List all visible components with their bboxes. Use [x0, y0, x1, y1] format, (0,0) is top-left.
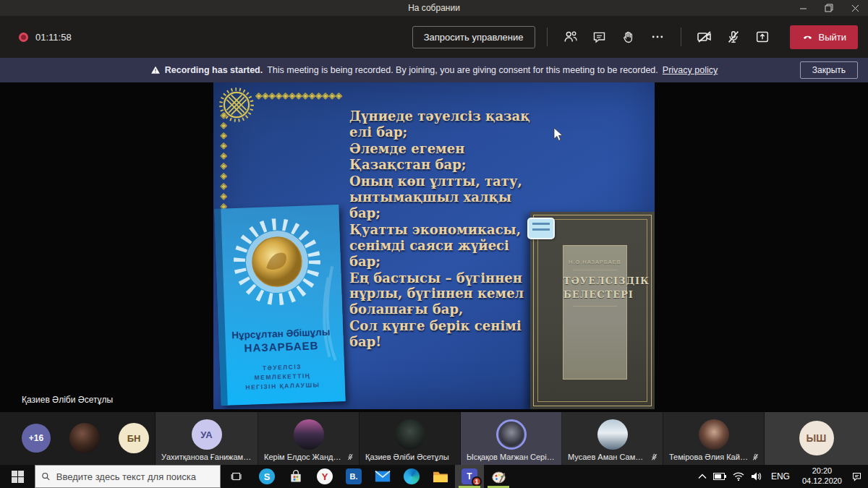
search-icon	[41, 471, 51, 481]
participant-name: Уахитқанова Ғанижамал ...	[161, 453, 253, 461]
poem-line: Ең бастысы – бүгіннен нұрлы, бүгіннен ке…	[349, 270, 536, 318]
poem-text-block: Дүниеде тәуелсіз қазақ елі бар; Әлемде е…	[349, 108, 536, 351]
windows-logo-icon	[12, 471, 24, 483]
participant-name: Темірова Әлия Кайра...	[669, 453, 748, 461]
window-controls	[790, 0, 868, 16]
avatar-initials-ysh: ЫШ	[799, 421, 834, 455]
poem-line: Оның көп ұлтты, тату, ынтымақшыл халқы б…	[349, 174, 536, 221]
mouse-cursor-icon	[553, 127, 563, 142]
taskbar-app-paint[interactable]	[484, 465, 513, 488]
library-sticker	[527, 218, 555, 239]
wifi-icon	[733, 472, 744, 481]
overflow-count-badge: +16	[22, 424, 51, 453]
leave-button-label: Выйти	[819, 32, 847, 43]
tray-clock[interactable]: 20:20 04.12.2020	[799, 466, 845, 487]
store-icon	[289, 469, 303, 484]
taskbar-app-mail[interactable]	[368, 465, 397, 488]
avatar-initials-bn: БН	[119, 423, 149, 453]
action-center-icon	[851, 471, 862, 482]
tile-participant[interactable]: ЫШ	[765, 412, 868, 465]
paint-icon	[491, 469, 506, 484]
participants-button[interactable]	[559, 25, 582, 48]
teams-notification-badge: 1	[472, 476, 482, 487]
taskbar-search[interactable]	[35, 465, 221, 488]
tile-participant[interactable]: Қазиев Әліби Әсетұлы	[359, 412, 461, 465]
poem-line: Сол күнге берік сенімі бар!	[349, 318, 536, 350]
taskbar-app-b[interactable]: B.	[339, 465, 368, 488]
taskbar-app-teams[interactable]: T 1	[455, 465, 484, 488]
recording-banner: Recording has started. This meeting is b…	[0, 58, 868, 82]
hang-up-icon	[801, 31, 814, 43]
tray-volume-button[interactable]	[751, 472, 762, 481]
raise-hand-button[interactable]	[617, 25, 640, 48]
taskbar-app-explorer[interactable]	[426, 465, 455, 488]
leave-button[interactable]: Выйти	[790, 25, 859, 49]
camera-off-button[interactable]	[693, 25, 716, 48]
tile-participant-speaking[interactable]: Ысқақов Мағжан Серікұлы	[461, 412, 562, 465]
minimize-button[interactable]	[790, 0, 816, 16]
share-screen-button[interactable]	[751, 25, 774, 48]
tile-participant[interactable]: УА Уахитқанова Ғанижамал ...	[156, 412, 258, 465]
taskbar-app-store[interactable]	[281, 465, 310, 488]
tray-battery-button[interactable]	[713, 473, 726, 480]
tray-chevron-button[interactable]	[698, 474, 707, 479]
book-title-panel: Н.Ә.НАЗАРБАЕВ ТӘУЕЛСІЗДІК БЕЛЕСТЕРІ	[563, 245, 627, 380]
start-button[interactable]	[0, 465, 35, 488]
teams-meeting-window: На собрании 01:11:58 Запросить управлени…	[0, 0, 868, 488]
mic-off-icon	[726, 29, 741, 45]
participant-name: Ысқақов Мағжан Серікұлы	[467, 453, 557, 461]
gold-ornament-horizontal: ◈◈◈◈◈◈◈◈◈◈◈◈◈	[255, 90, 342, 100]
recording-indicator: 01:11:58	[19, 32, 72, 43]
camera-off-icon	[696, 28, 713, 46]
tray-wifi-button[interactable]	[733, 472, 744, 481]
avatar-photo-speaking	[496, 419, 527, 450]
tile-participant[interactable]: Мусаев Аман Самату...	[562, 412, 663, 465]
toolbar-divider	[681, 27, 681, 46]
system-tray: ENG 20:20 04.12.2020	[698, 465, 868, 488]
restore-icon	[825, 4, 833, 12]
presenter-name-label: Қазиев Әліби Әсетұлы	[22, 395, 113, 405]
battery-icon	[713, 473, 726, 480]
avatar-photo	[699, 419, 729, 450]
book-nazarbayev-cover: Нұрсұлтан Әбішұлы НАЗАРБАЕВ ТӘУЕЛСІЗ МЕМ…	[214, 205, 345, 406]
action-center-button[interactable]	[851, 471, 862, 482]
shared-screen-stage: ◈◈◈◈◈◈◈◈◈◈◈◈◈ ◈◈◈◈◈◈◈◈◈◈◈◈◈◈◈◈◈◈◈◈◈◈◈◈ Д…	[0, 82, 868, 412]
taskbar-app-yandex[interactable]: Y	[310, 465, 339, 488]
close-icon	[851, 4, 859, 12]
request-control-button[interactable]: Запросить управление	[412, 26, 535, 48]
poem-line: Қуатты экономикасы, сенімді саяси жүйесі…	[349, 222, 536, 270]
tile-participant[interactable]: Керім Елдос Жандосұ...	[258, 412, 359, 465]
tile-overflow-participants[interactable]: +16 БН	[0, 412, 156, 465]
edge-icon	[404, 468, 420, 484]
chevron-up-icon	[698, 474, 707, 479]
participant-name: Мусаев Аман Самату...	[568, 453, 647, 461]
more-options-button[interactable]	[646, 25, 669, 48]
share-screen-icon	[754, 29, 770, 45]
avatar-photo	[69, 423, 100, 453]
book-subtitle: ТӘУЕЛСІЗ МЕМЛЕКЕТТІҢ НЕГІЗІН ҚАЛАУШЫ	[220, 361, 345, 393]
avatar-photo	[395, 419, 425, 450]
taskbar-app-edge[interactable]	[397, 465, 426, 488]
warning-icon	[150, 65, 161, 75]
tray-language-button[interactable]: ENG	[768, 471, 793, 481]
taskbar-app-skype[interactable]: S	[252, 465, 281, 488]
privacy-policy-link[interactable]: Privacy policy	[663, 65, 718, 75]
search-input[interactable]	[56, 471, 214, 482]
participant-name: Керім Елдос Жандосұ...	[264, 453, 343, 461]
avatar-initials-ua: УА	[192, 419, 222, 450]
mail-icon	[375, 470, 391, 483]
windows-taskbar: S Y B. T 1	[0, 465, 868, 488]
banner-close-button[interactable]: Закрыть	[800, 61, 858, 79]
participants-filmstrip: +16 БН УА Уахитқанова Ғанижамал ... Кері…	[0, 412, 868, 465]
recording-timer: 01:11:58	[35, 32, 72, 43]
tile-participant[interactable]: Темірова Әлия Кайра...	[663, 412, 765, 465]
chat-button[interactable]	[588, 25, 611, 48]
muted-mic-icon	[650, 453, 658, 461]
close-button[interactable]	[842, 0, 868, 16]
mic-off-button[interactable]	[722, 25, 745, 48]
task-view-button[interactable]	[221, 465, 252, 488]
muted-mic-icon	[752, 453, 760, 461]
file-explorer-icon	[433, 470, 448, 483]
restore-button[interactable]	[816, 0, 842, 16]
panel-rule	[573, 306, 617, 307]
